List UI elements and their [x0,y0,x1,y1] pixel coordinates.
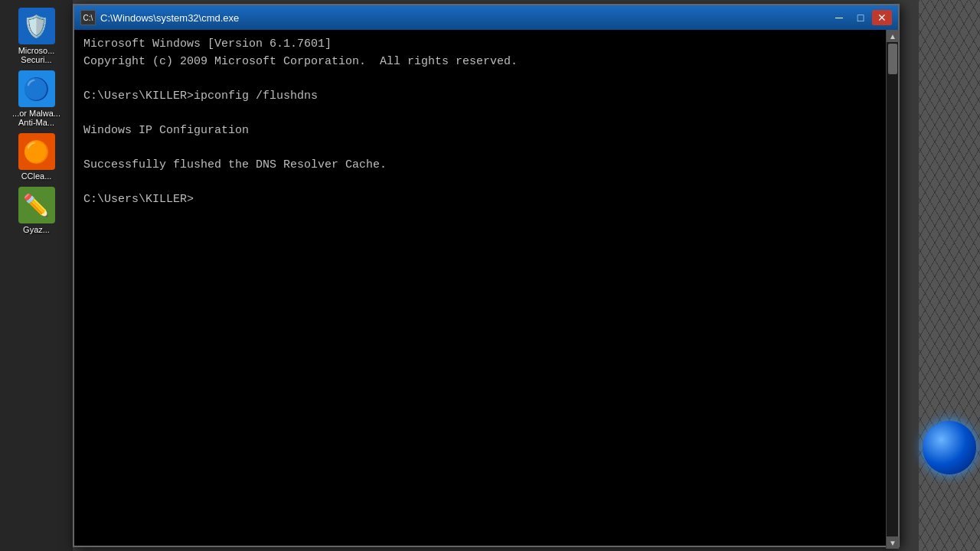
microsoft-security-icon: 🛡️ [18,8,55,44]
gyaz-icon: ✏️ [18,187,55,223]
cmd-line-7 [83,139,889,157]
sidebar-item-label: Gyaz... [23,225,50,234]
sidebar-item-malwarebytes[interactable]: 🔵 ...or Malwa... Anti-Ma... [6,70,67,127]
titlebar: C:\ C:\Windows\system32\cmd.exe ─ □ ✕ [74,5,898,30]
cmd-line-1: Microsoft Windows [Version 6.1.7601] [83,36,889,54]
blue-orb [923,421,976,474]
sidebar-item-ccleaner[interactable]: 🟠 CClea... [6,133,67,181]
cmd-line-5 [83,105,889,122]
sidebar-item-label: ...or Malwa... Anti-Ma... [6,109,67,127]
scrollbar[interactable]: ▲ ▼ [886,30,898,549]
cmd-line-8: Successfully flushed the DNS Resolver Ca… [83,157,889,174]
hex-panel [919,0,980,551]
scroll-up-arrow[interactable]: ▲ [887,30,899,42]
cmd-line-9 [83,174,889,191]
cmd-line-3 [83,70,889,88]
sidebar-item-gyaz[interactable]: ✏️ Gyaz... [6,187,67,234]
scroll-track[interactable] [887,42,898,536]
cmd-line-2: Copyright (c) 2009 Microsoft Corporation… [83,54,889,71]
desktop: 🛡️ Microso... Securi... 🔵 ...or Malwa...… [0,0,980,551]
sidebar-item-microsoft-security[interactable]: 🛡️ Microso... Securi... [6,8,67,64]
close-button[interactable]: ✕ [872,10,892,25]
window-title: C:\Windows\system32\cmd.exe [100,12,829,24]
malwarebytes-icon: 🔵 [18,70,55,107]
sidebar-item-label: CClea... [21,171,52,181]
sidebar-item-label: Microso... Securi... [6,46,67,64]
ccleaner-icon: 🟠 [18,133,55,170]
cmd-output[interactable]: Microsoft Windows [Version 6.1.7601] Cop… [74,30,898,546]
cmd-window: C:\ C:\Windows\system32\cmd.exe ─ □ ✕ Mi… [73,4,900,547]
cmd-icon: C:\ [80,10,96,25]
scroll-down-arrow[interactable]: ▼ [887,536,899,549]
window-controls: ─ □ ✕ [829,10,892,25]
cmd-line-4: C:\Users\KILLER>ipconfig /flushdns [83,88,889,106]
cmd-line-10: C:\Users\KILLER> [83,191,889,209]
cmd-line-6: Windows IP Configuration [83,122,889,140]
minimize-button[interactable]: ─ [829,10,849,25]
maximize-button[interactable]: □ [851,10,871,25]
sidebar: 🛡️ Microso... Securi... 🔵 ...or Malwa...… [0,0,73,551]
scroll-thumb[interactable] [888,44,897,74]
